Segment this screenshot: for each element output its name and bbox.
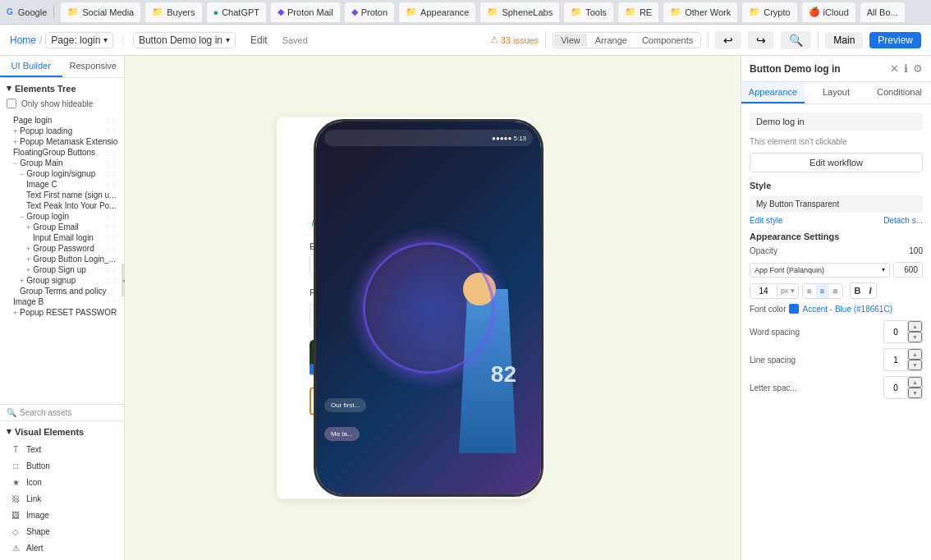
- tree-popup-reset[interactable]: + Popup RESET PASSWORD ⋮⋮: [7, 307, 117, 318]
- align-left-button[interactable]: ≡: [803, 284, 816, 298]
- tree-text-firstname[interactable]: Text First name (sign u... ⋮⋮: [7, 190, 117, 200]
- undo-button[interactable]: ↩: [715, 31, 741, 49]
- right-content: Demo log in This element isn't clickable…: [741, 104, 931, 560]
- tab-buyers[interactable]: 📁 Buyers: [145, 2, 201, 22]
- ve-alert[interactable]: ⚠ Alert: [7, 540, 117, 555]
- edit-workflow-button[interactable]: Edit workflow: [750, 153, 923, 172]
- breadcrumb-separator: /: [39, 34, 42, 46]
- button-name-selector[interactable]: Button Demo log in ▾: [133, 32, 236, 48]
- tab-social-media[interactable]: 📁 Social Media: [61, 2, 140, 22]
- font-size-input[interactable]: [750, 284, 777, 298]
- home-link[interactable]: Home: [10, 34, 36, 46]
- tab-appearance[interactable]: 📁 Appearance: [399, 2, 475, 22]
- ve-text[interactable]: T Text: [7, 442, 117, 457]
- tab-conditional[interactable]: Conditional: [868, 82, 931, 103]
- ve-shape[interactable]: ◇ Shape: [7, 524, 117, 539]
- page-selector[interactable]: Page: login ▾: [45, 32, 113, 48]
- tab-sphenelabs[interactable]: 📁 SpheneLabs: [480, 2, 559, 22]
- word-spacing-input[interactable]: [884, 326, 907, 338]
- tree-image-c[interactable]: Image C ⋮⋮: [7, 179, 117, 190]
- tree-group-password[interactable]: + Group Password ⋮⋮: [7, 243, 117, 254]
- ve-link[interactable]: ⛓ Link: [7, 491, 117, 506]
- tab-proton[interactable]: ◆ Proton: [345, 2, 394, 22]
- letter-spacing-row: Letter spac... ▲ ▼: [750, 376, 923, 399]
- detach-style-link[interactable]: Detach s...: [883, 216, 923, 225]
- tab-google[interactable]: G: [7, 7, 13, 16]
- visual-elements-header[interactable]: ▾ Visual Elements: [7, 426, 117, 437]
- drag-handle: ⋮⋮: [104, 149, 117, 156]
- issues-badge[interactable]: ⚠ 33 issues: [490, 34, 539, 45]
- size-unit-selector[interactable]: px ▾: [777, 284, 798, 297]
- tree-text-peak[interactable]: Text Peak Into Your Po... ⋮⋮: [7, 200, 117, 211]
- ve-button[interactable]: □ Button: [7, 458, 117, 473]
- search-button[interactable]: 🔍: [781, 31, 811, 49]
- ve-image[interactable]: 🖼 Image: [7, 507, 117, 522]
- tab-crypto[interactable]: 📁 Crypto: [742, 2, 796, 22]
- jersey-number: 82: [491, 361, 516, 388]
- tree-group-signup[interactable]: + Group Sign up ⋮⋮: [7, 264, 117, 275]
- tree-group-signup2[interactable]: + Group signup ⋮⋮: [7, 275, 117, 286]
- letter-spacing-input[interactable]: [884, 382, 907, 394]
- preview-button[interactable]: Preview: [869, 32, 921, 48]
- tree-floating-group[interactable]: FloatingGroup Buttons ⋮⋮: [7, 147, 117, 158]
- redo-button[interactable]: ↪: [748, 31, 774, 49]
- font-row: App Font (Palanquin) ▾: [750, 262, 923, 278]
- tab-all[interactable]: All Bo...: [860, 2, 905, 22]
- word-spacing-input-group: ▲ ▼: [883, 320, 923, 343]
- phone-preview: ●●●●● 5:13 Our first... Me ta... 82: [314, 119, 543, 497]
- settings-icon[interactable]: ⚙: [913, 62, 923, 75]
- tree-group-button-login[interactable]: + Group Button Login_... ⋮⋮: [7, 254, 117, 264]
- align-center-button[interactable]: ≡: [816, 284, 829, 298]
- italic-button[interactable]: I: [865, 283, 876, 298]
- tab-other-work[interactable]: 📁 Other Work: [663, 2, 737, 22]
- tree-image-b[interactable]: Image B ⋮⋮: [7, 296, 117, 307]
- tree-group-main[interactable]: − Group Main ⋮⋮: [7, 158, 117, 168]
- tree-popup-metamask[interactable]: + Popup Metamask Extension ⋮⋮: [7, 136, 117, 147]
- close-icon[interactable]: ✕: [890, 62, 899, 75]
- arrange-button[interactable]: Arrange: [589, 34, 634, 47]
- tab-re[interactable]: 📁 RE: [618, 2, 658, 22]
- visual-elements-section: ▾ Visual Elements T Text □ Button ★ Icon…: [0, 420, 124, 560]
- word-spacing-up[interactable]: ▲: [908, 321, 922, 332]
- align-right-button[interactable]: ≡: [829, 284, 842, 298]
- bold-button[interactable]: B: [851, 283, 865, 298]
- toolbar-actions: ⚠ 33 issues View Arrange Components ↩ ↪ …: [490, 31, 921, 49]
- search-assets-row[interactable]: 🔍 Search assets: [0, 404, 124, 420]
- edit-style-link[interactable]: Edit style: [750, 216, 783, 225]
- info-icon[interactable]: ℹ: [904, 62, 908, 75]
- ve-icon[interactable]: ★ Icon: [7, 475, 117, 489]
- font-weight-input[interactable]: [893, 262, 923, 278]
- tab-google-label: Google: [18, 7, 47, 17]
- tree-page-login[interactable]: Page login ⋮⋮: [7, 115, 117, 126]
- tab-proton-mail[interactable]: ◆ Proton Mail: [271, 2, 340, 22]
- only-show-checkbox[interactable]: [7, 99, 16, 108]
- tab-tools[interactable]: 📁 Tools: [564, 2, 613, 22]
- tab-icloud[interactable]: 🍎 iCloud: [802, 2, 855, 22]
- word-spacing-down[interactable]: ▼: [908, 332, 922, 342]
- toolbar-divider-1: [545, 32, 546, 48]
- main-button[interactable]: Main: [825, 32, 863, 48]
- elements-tree-header[interactable]: ▾ Elements Tree: [7, 83, 117, 94]
- tab-responsive[interactable]: Responsive: [62, 56, 125, 77]
- components-button[interactable]: Components: [635, 34, 699, 47]
- font-selector[interactable]: App Font (Palanquin) ▾: [750, 263, 890, 278]
- tree-group-login[interactable]: − Group login ⋮⋮: [7, 211, 117, 222]
- tree-group-login-signup[interactable]: − Group login/signup ⋮⋮: [7, 168, 117, 179]
- font-color-dot[interactable]: [789, 304, 799, 314]
- tree-group-terms[interactable]: Group Terms and policy ⋮⋮: [7, 286, 117, 296]
- line-spacing-input[interactable]: [884, 354, 907, 366]
- line-spacing-down[interactable]: ▼: [908, 360, 922, 370]
- tab-layout[interactable]: Layout: [805, 82, 868, 103]
- tree-popup-loading[interactable]: + Popup loading ⋮⋮: [7, 126, 117, 136]
- line-spacing-up[interactable]: ▲: [908, 349, 922, 360]
- letter-spacing-down[interactable]: ▼: [908, 388, 922, 398]
- tab-chatgpt[interactable]: ● ChatGPT: [207, 2, 267, 22]
- tree-input-email[interactable]: Input Email login ⋮⋮: [7, 232, 117, 243]
- letter-spacing-up[interactable]: ▲: [908, 377, 922, 388]
- tab-appearance[interactable]: Appearance: [741, 82, 805, 103]
- tab-ui-builder[interactable]: UI Builder: [0, 56, 62, 77]
- font-color-name: Accent - Blue (#18661C): [802, 305, 892, 314]
- tree-group-email[interactable]: + Group Email ⋮⋮: [7, 222, 117, 232]
- edit-button[interactable]: Edit: [242, 32, 276, 48]
- view-button[interactable]: View: [554, 34, 587, 47]
